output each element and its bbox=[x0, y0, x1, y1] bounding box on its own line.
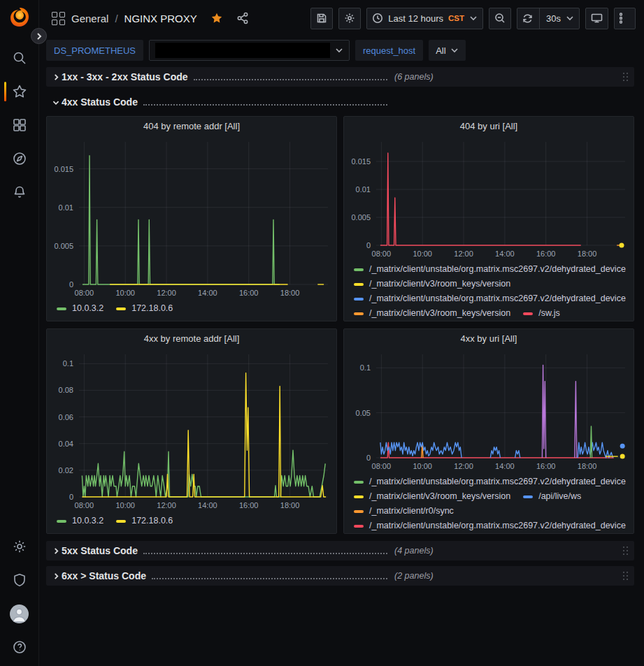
search-icon[interactable] bbox=[0, 48, 39, 68]
svg-text:0.06: 0.06 bbox=[59, 413, 73, 421]
dashboard-header: General / NGINX PROXY Last 12 hours CST bbox=[39, 0, 644, 36]
legend-series-label: /_matrix/client/v3/room_keys/version bbox=[369, 277, 510, 291]
legend-series-swatch bbox=[354, 481, 364, 484]
svg-text:18:00: 18:00 bbox=[280, 501, 300, 509]
row-drag-handle[interactable] bbox=[623, 73, 630, 81]
user-avatar[interactable] bbox=[0, 603, 39, 624]
time-series-chart[interactable]: 08:0010:0012:0014:0016:0018:0000.0050.01… bbox=[47, 135, 336, 300]
row-drag-handle[interactable] bbox=[623, 546, 630, 555]
legend-item[interactable]: /_matrix/client/v3/room_keys/version bbox=[354, 489, 510, 504]
legend-series-label: 10.0.3.2 bbox=[72, 301, 103, 316]
configuration-gear-icon[interactable] bbox=[0, 536, 39, 557]
legend-item[interactable]: 172.18.0.6 bbox=[116, 514, 173, 528]
svg-text:0.01: 0.01 bbox=[356, 185, 371, 194]
svg-text:0.005: 0.005 bbox=[351, 213, 371, 222]
refresh-picker[interactable]: 30s bbox=[517, 8, 580, 29]
time-series-chart[interactable]: 08:0010:0012:0014:0016:0018:0000.0050.01… bbox=[344, 135, 634, 261]
svg-text:0.005: 0.005 bbox=[54, 242, 73, 250]
legend-series-label: /_matrix/client/v3/room_keys/version bbox=[369, 489, 510, 504]
legend-series-label: /_matrix/client/unstable/org.matrix.msc2… bbox=[369, 291, 626, 306]
starred-dashboards-icon[interactable] bbox=[0, 81, 39, 102]
share-dashboard-icon[interactable] bbox=[236, 12, 249, 24]
row-title: 6xx > Status Code bbox=[62, 570, 146, 581]
chevron-down-icon bbox=[335, 46, 343, 55]
row-title: 4xx Status Code bbox=[62, 96, 138, 108]
chevron-down-icon bbox=[53, 96, 59, 108]
request-host-variable-select[interactable]: All bbox=[429, 40, 465, 61]
svg-text:0.02: 0.02 bbox=[59, 466, 73, 475]
svg-text:0.015: 0.015 bbox=[54, 165, 73, 173]
legend-item[interactable]: /_matrix/client/unstable/org.matrix.msc2… bbox=[354, 475, 626, 489]
svg-text:18:00: 18:00 bbox=[578, 462, 597, 470]
datasource-variable-select[interactable] bbox=[149, 40, 350, 61]
row-title: 1xx - 3xx - 2xx Status Code bbox=[62, 71, 188, 82]
svg-text:0: 0 bbox=[69, 493, 73, 501]
legend-item[interactable]: /_matrix/client/unstable/org.matrix.msc2… bbox=[354, 291, 626, 306]
svg-text:14:00: 14:00 bbox=[198, 501, 217, 509]
more-options-kebab-button[interactable] bbox=[614, 8, 636, 29]
svg-text:0: 0 bbox=[366, 454, 371, 462]
server-admin-shield-icon[interactable] bbox=[0, 570, 39, 591]
svg-text:08:00: 08:00 bbox=[75, 289, 94, 297]
row-4xx[interactable]: 4xx Status Code bbox=[46, 92, 634, 112]
chevron-right-icon bbox=[50, 74, 62, 80]
legend-item[interactable]: 10.0.3.2 bbox=[57, 514, 103, 528]
zoom-out-time-button[interactable] bbox=[489, 8, 511, 29]
request-host-variable-label[interactable]: request_host bbox=[355, 40, 423, 61]
legend-series-label: /_matrix/client/v3/room_keys/version bbox=[369, 306, 510, 321]
legend-item[interactable]: 10.0.3.2 bbox=[57, 301, 103, 316]
breadcrumb-folder[interactable]: General bbox=[71, 13, 108, 24]
expand-sidebar-button[interactable] bbox=[31, 28, 47, 44]
save-dashboard-button[interactable] bbox=[310, 8, 333, 29]
svg-text:0.08: 0.08 bbox=[59, 386, 73, 394]
time-range-picker[interactable]: Last 12 hours CST bbox=[366, 8, 483, 29]
svg-text:0.05: 0.05 bbox=[356, 409, 371, 417]
legend-series-label: /api/live/ws bbox=[538, 489, 581, 504]
explore-compass-icon[interactable] bbox=[0, 148, 39, 169]
apps-grid-icon[interactable] bbox=[52, 12, 65, 25]
legend-series-label: /_matrix/client/unstable/org.matrix.msc2… bbox=[369, 262, 626, 277]
help-icon[interactable] bbox=[0, 637, 39, 658]
redacted-datasource-value bbox=[155, 43, 330, 58]
row-5xx[interactable]: 5xx Status Code (4 panels) bbox=[46, 541, 634, 560]
legend-item[interactable]: /sw.js bbox=[523, 306, 560, 321]
legend-item[interactable]: /api/live/ws bbox=[523, 489, 581, 504]
chevron-down-icon bbox=[469, 14, 478, 22]
svg-text:0.04: 0.04 bbox=[59, 440, 73, 448]
panel-title[interactable]: 404 by uri [All] bbox=[344, 117, 634, 135]
panel-title[interactable]: 4xx by uri [All] bbox=[344, 329, 634, 347]
legend-item[interactable]: /_matrix/client/r0/sync bbox=[354, 504, 454, 519]
panel-title[interactable]: 4xx by remote addr [All] bbox=[47, 329, 336, 347]
legend-item[interactable]: /_matrix/client/v3/room_keys/version bbox=[354, 277, 510, 291]
legend-item[interactable]: 172.18.0.6 bbox=[116, 301, 173, 316]
time-series-chart[interactable]: 08:0010:0012:0014:0016:0018:0000.050.1 bbox=[344, 347, 634, 473]
dashboard-settings-button[interactable] bbox=[338, 8, 361, 29]
svg-text:16:00: 16:00 bbox=[536, 249, 556, 258]
legend-series-swatch bbox=[354, 298, 364, 301]
svg-text:12:00: 12:00 bbox=[454, 462, 473, 470]
breadcrumb-dashboard-title[interactable]: NGINX PROXY bbox=[124, 13, 197, 24]
row-6xx[interactable]: 6xx > Status Code (2 panels) bbox=[46, 566, 634, 586]
svg-text:08:00: 08:00 bbox=[372, 462, 392, 470]
legend-item[interactable]: /_matrix/client/v3/room_keys/version bbox=[354, 306, 510, 321]
svg-text:10:00: 10:00 bbox=[413, 462, 432, 470]
svg-text:0: 0 bbox=[366, 241, 371, 249]
chevron-right-icon bbox=[50, 573, 62, 579]
tv-mode-button[interactable] bbox=[585, 8, 608, 29]
grafana-logo[interactable] bbox=[8, 6, 31, 29]
panel-404-by-remote-addr: 404 by remote addr [All] 08:0010:0012:00… bbox=[46, 116, 337, 321]
datasource-variable-label[interactable]: DS_PROMETHEUS bbox=[46, 40, 143, 61]
panel-title[interactable]: 404 by remote addr [All] bbox=[47, 117, 336, 135]
row-1xx-3xx-2xx[interactable]: 1xx - 3xx - 2xx Status Code (6 panels) bbox=[46, 67, 634, 87]
star-dashboard-icon[interactable] bbox=[210, 12, 223, 24]
alerting-bell-icon[interactable] bbox=[0, 182, 39, 203]
chevron-right-icon bbox=[50, 548, 62, 554]
legend-series-label: /_matrix/client/r0/sync bbox=[369, 504, 454, 519]
dashboards-icon[interactable] bbox=[0, 115, 39, 136]
row-drag-handle[interactable] bbox=[623, 572, 630, 580]
time-series-chart[interactable]: 08:0010:0012:0014:0016:0018:0000.020.040… bbox=[47, 347, 336, 512]
svg-text:12:00: 12:00 bbox=[157, 501, 176, 509]
legend-item[interactable]: /_matrix/client/unstable/org.matrix.msc2… bbox=[354, 262, 626, 277]
legend-item[interactable]: /_matrix/client/unstable/org.matrix.msc2… bbox=[354, 519, 626, 533]
panel-legend: 10.0.3.2172.18.0.6 bbox=[47, 512, 336, 533]
